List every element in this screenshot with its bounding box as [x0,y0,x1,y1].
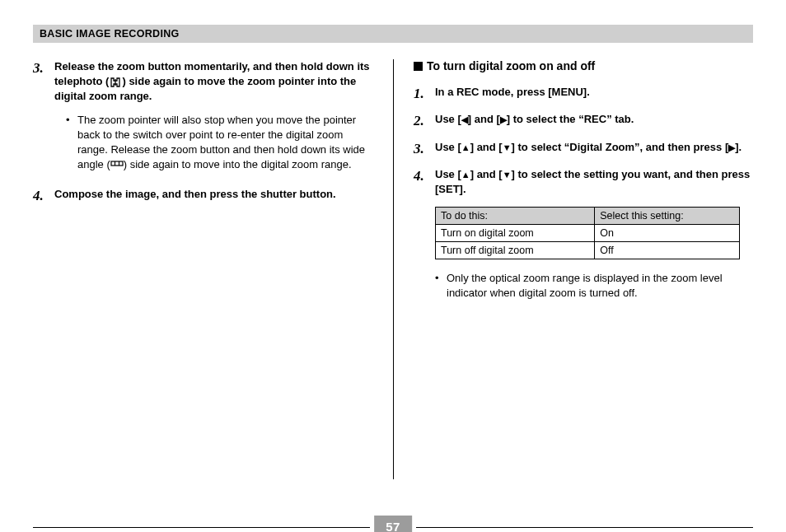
left-column: 3. Release the zoom button momentarily, … [33,59,393,301]
wide-angle-icon [110,158,124,170]
table-cell: Turn on digital zoom [436,225,595,242]
text-part: ] and [ [470,141,503,153]
footer-rule-left [33,527,370,528]
bullet-item: • The zoom pointer will also stop when y… [66,113,372,173]
content-columns: 3. Release the zoom button momentarily, … [33,59,753,301]
text-part: ] and [ [468,113,500,125]
table-header: To do this: [436,208,595,225]
column-divider [393,59,394,479]
step-text: Use [▲] and [▼] to select the setting yo… [435,167,753,197]
table-cell: Turn off digital zoom [436,242,595,259]
up-arrow-icon: ▲ [461,169,470,181]
step-3: 3. Release the zoom button momentarily, … [33,59,372,105]
svg-rect-1 [111,161,123,166]
telephoto-icon [110,77,121,87]
table-cell: Off [595,242,740,259]
bullet-marker: • [435,271,447,301]
text-part: ] and [ [470,168,503,180]
step-text: Use [▲] and [▼] to select “Digital Zoom”… [435,140,753,157]
table-header-row: To do this: Select this setting: [436,208,740,225]
step-text: Compose the image, and then press the sh… [54,187,372,204]
table-cell: On [595,225,740,242]
step-4: 4. Compose the image, and then press the… [33,187,372,204]
up-arrow-icon: ▲ [461,142,470,154]
post-table-note: • Only the optical zoom range is display… [435,271,753,301]
bullet-marker: • [66,113,77,173]
text-part: ]. [735,141,742,153]
bullet-text: The zoom pointer will also stop when you… [77,113,372,173]
heading-text: To turn digital zoom on and off [427,59,595,72]
step-number: 1. [414,85,435,102]
page-number: 57 [374,516,412,532]
footer-rule-right [416,527,753,528]
step-4: 4. Use [▲] and [▼] to select the setting… [414,167,753,197]
text-part: ] to select “Digital Zoom”, and then pre… [512,141,729,153]
table-header: Select this setting: [595,208,740,225]
bullet-item: • Only the optical zoom range is display… [435,271,753,301]
svg-rect-4 [414,62,423,71]
down-arrow-icon: ▼ [503,142,512,154]
left-arrow-icon: ◀ [461,114,468,126]
right-arrow-icon: ▶ [500,114,507,126]
bullet-text: Only the optical zoom range is displayed… [447,271,753,301]
subsection-heading: To turn digital zoom on and off [414,59,753,73]
down-arrow-icon: ▼ [503,169,512,181]
table-row: Turn off digital zoom Off [436,242,740,259]
step-3: 3. Use [▲] and [▼] to select “Digital Zo… [414,140,753,157]
step-text: Release the zoom button momentarily, and… [54,59,372,105]
step-2: 2. Use [◀] and [▶] to select the “REC” t… [414,112,753,129]
step-number: 2. [414,112,435,129]
step-text: Use [◀] and [▶] to select the “REC” tab. [435,112,753,129]
settings-table: To do this: Select this setting: Turn on… [435,207,740,259]
table-row: Turn on digital zoom On [436,225,740,242]
text-part: Use [ [435,141,461,153]
step-number: 4. [414,167,435,197]
square-bullet-icon [414,60,423,73]
step-number: 4. [33,187,54,204]
text-part: Use [ [435,168,461,180]
step-text: In a REC mode, press [MENU]. [435,85,753,102]
text-part: ) side again to move into the digital zo… [124,158,352,170]
section-header: BASIC IMAGE RECORDING [33,25,753,43]
step-3-note: • The zoom pointer will also stop when y… [66,113,372,173]
text-part: ] to select the “REC” tab. [507,113,634,125]
step-1: 1. In a REC mode, press [MENU]. [414,85,753,102]
right-column: To turn digital zoom on and off 1. In a … [393,59,753,301]
step-number: 3. [414,140,435,157]
step-number: 3. [33,59,54,105]
manual-page: BASIC IMAGE RECORDING 3. Release the zoo… [0,0,786,532]
procedure-steps: 1. In a REC mode, press [MENU]. 2. Use [… [414,85,753,197]
text-part: Use [ [435,113,461,125]
